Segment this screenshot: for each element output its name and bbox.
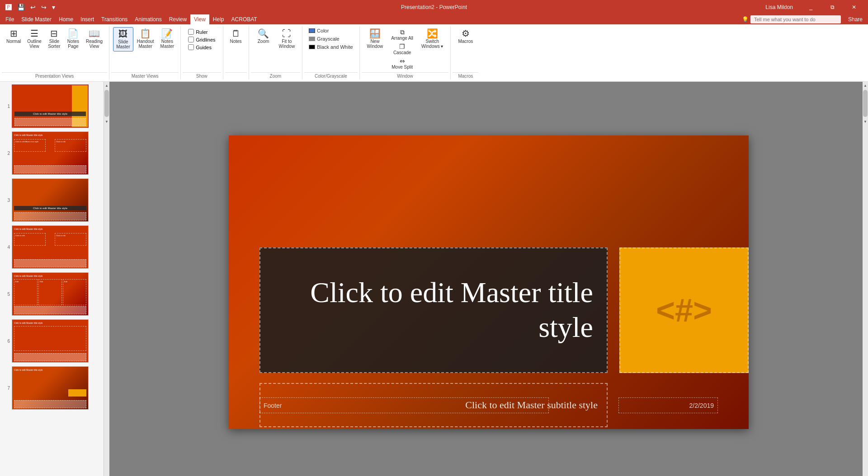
grayscale-button[interactable]: Grayscale [306,35,342,42]
zoom-button[interactable]: 🔍 Zoom [253,27,274,46]
thumb-footer-1 [14,118,86,126]
scroll-up-arrow[interactable]: ▲ [104,82,109,89]
black-and-white-button[interactable]: Black and White [306,43,355,51]
notes-items: 🗒 Notes [225,26,247,72]
slide-preview-7[interactable]: Click to edit Master title style [12,366,89,410]
guides-checkbox[interactable]: Guides [188,44,215,50]
lightbulb-icon: 💡 [742,16,749,23]
slide-number-placeholder[interactable]: <#> [656,292,712,329]
scroll-down-arrow[interactable]: ▼ [104,118,109,125]
cascade-button[interactable]: ❐ Cascade [388,42,416,56]
title-bar-left: 🅿 💾 ↩ ↪ ▾ [4,3,57,12]
menu-review[interactable]: Review [165,14,190,24]
content-scroll-up[interactable]: ▲ [863,82,868,89]
menu-view[interactable]: View [190,14,209,24]
slide-master-icon: 🖼 [118,29,127,38]
fit-to-window-button[interactable]: ⛶ Fit toWindow [275,27,299,51]
main-slide[interactable]: Click to edit Master title style <#> Cli… [229,135,749,429]
slide-thumb-6[interactable]: 6 Click to edit Master title style [2,318,102,364]
slide-thumb-3[interactable]: 3 Click to edit Master title style [2,177,102,223]
menu-help[interactable]: Help [209,14,228,24]
reading-view-button[interactable]: 📖 ReadingView [83,27,105,51]
normal-view-button[interactable]: ⊞ Normal [4,27,24,46]
search-input[interactable] [750,15,841,23]
content-scroll-thumb[interactable] [863,90,868,117]
ribbon-group-show: Ruler Gridlines Guides Show [181,26,223,79]
content-scroll-down[interactable]: ▼ [863,118,868,125]
slides-panel[interactable]: 1 Click to edit Master title style 2 Cli… [0,82,104,476]
thumb-content-grid-5: Edit Edit Edit [14,279,86,305]
save-icon[interactable]: 💾 [15,3,27,12]
move-split-button[interactable]: ⇔ Move Split [388,57,416,70]
undo-icon[interactable]: ↩ [28,3,38,12]
master-views-label: Master Views [111,72,179,79]
share-button[interactable]: Share [844,14,866,24]
slide-number-box[interactable]: <#> [619,247,749,373]
new-window-button[interactable]: 🪟 NewWindow [363,27,387,51]
slide-footer-left[interactable]: Footer [259,397,549,413]
new-window-icon: 🪟 [369,29,381,38]
handout-master-button[interactable]: 📋 HandoutMaster [134,27,157,51]
macros-button[interactable]: ⚙ Macros [454,27,476,46]
slide-preview-2[interactable]: Click to edit Master title style Click t… [12,131,89,175]
notes-master-button[interactable]: 📝 NotesMaster [158,27,177,51]
cascade-icon: ❐ [399,43,405,50]
slide-master-button[interactable]: 🖼 SlideMaster [113,27,133,51]
switch-windows-icon: 🔀 [427,29,438,38]
menu-animations[interactable]: Animations [131,14,165,24]
show-label: Show [183,72,221,79]
slide-preview-6[interactable]: Click to edit Master title style [12,319,89,363]
footer-label: Footer [264,402,282,409]
thumb-footer-6 [14,353,86,361]
slide-thumb-7[interactable]: 7 Click to edit Master title style [2,365,102,411]
arrange-all-icon: ⧉ [400,29,405,35]
minimize-button[interactable]: ⎯ [800,0,821,14]
slide-thumb-4[interactable]: 4 Click to edit Master title style Click… [2,224,102,270]
slide-preview-1[interactable]: Click to edit Master title style [12,84,89,128]
move-split-icon: ⇔ [400,58,405,64]
powerpoint-logo-icon: 🅿 [4,3,14,12]
switch-windows-button[interactable]: 🔀 SwitchWindows ▾ [418,27,447,51]
window-label: Window [362,72,449,79]
slide-thumb-5[interactable]: 5 Click to edit Master title style Edit … [2,271,102,317]
slide-title-box[interactable]: Click to edit Master title style [259,247,608,373]
arrange-all-button[interactable]: ⧉ Arrange All [388,28,416,42]
content-area: Click to edit Master title style <#> Cli… [109,82,868,476]
content-scrollbar[interactable]: ▲ ▼ [863,82,868,476]
menu-transitions[interactable]: Transitions [98,14,131,24]
slide-preview-5[interactable]: Click to edit Master title style Edit Ed… [12,272,89,316]
title-bar-right: Lisa Mildon ⎯ ⧉ ✕ [765,0,864,14]
close-button[interactable]: ✕ [844,0,864,14]
customize-icon[interactable]: ▾ [50,3,57,12]
menu-acrobat[interactable]: ACROBAT [228,14,261,24]
redo-icon[interactable]: ↪ [39,3,48,12]
slide-preview-4[interactable]: Click to edit Master title style Click t… [12,225,89,269]
menu-slide-master[interactable]: Slide Master [18,14,55,24]
slides-scrollbar[interactable]: ▲ ▼ [104,82,109,476]
normal-view-icon: ⊞ [10,29,18,38]
quick-access-toolbar: 🅿 💾 ↩ ↪ ▾ [4,3,57,12]
slide-sorter-button[interactable]: ⊟ SlideSorter [45,27,63,51]
restore-button[interactable]: ⧉ [822,0,843,14]
show-items: Ruler Gridlines Guides [183,26,221,72]
scroll-thumb[interactable] [104,90,109,117]
ruler-checkbox[interactable]: Ruler [188,29,215,35]
outline-view-button[interactable]: ☰ OutlineView [24,27,44,51]
slide-preview-3[interactable]: Click to edit Master title style [12,178,89,222]
gridlines-checkbox[interactable]: Gridlines [188,37,215,42]
slide-number-7: 7 [3,386,10,391]
slide-thumb-2[interactable]: 2 Click to edit Master title style Click… [2,131,102,176]
menu-home[interactable]: Home [55,14,77,24]
notes-button[interactable]: 🗒 Notes [227,27,245,46]
menu-file[interactable]: File [2,14,18,24]
thumb-content-4b: Click to edit [55,233,86,246]
menu-insert[interactable]: Insert [77,14,98,24]
slide-footer-right[interactable]: 2/2/2019 [618,397,718,413]
notes-page-button[interactable]: 📄 NotesPage [64,27,82,51]
color-swatch [309,28,315,33]
slide-thumb-1[interactable]: 1 Click to edit Master title style [2,84,102,129]
slide-number-2: 2 [3,151,10,156]
color-button[interactable]: Color [306,27,331,34]
window-controls: ⎯ ⧉ ✕ [800,0,864,14]
slide-title-text[interactable]: Click to edit Master title style [274,275,593,345]
